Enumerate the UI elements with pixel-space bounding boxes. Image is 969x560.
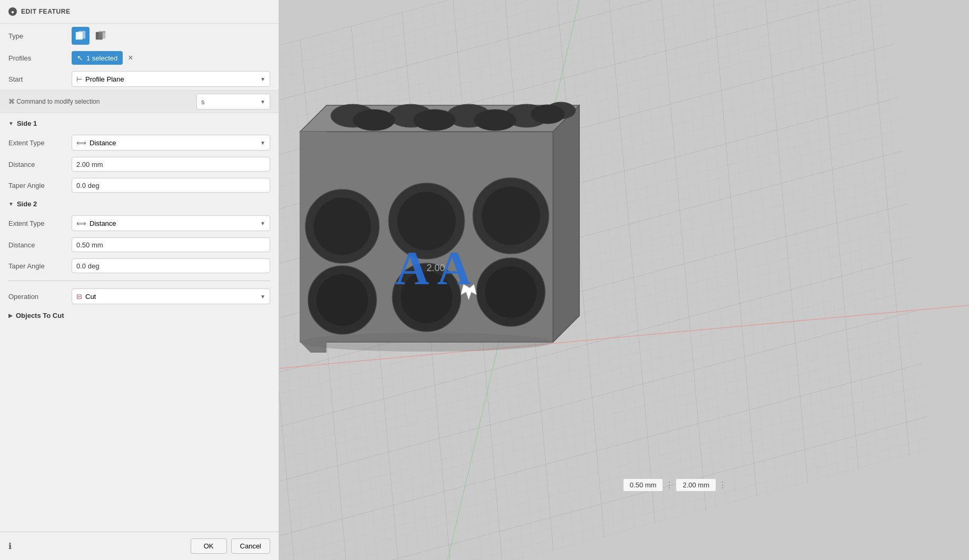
side2-distance-label: Distance [8,241,72,249]
side1-distance-input[interactable] [72,157,270,172]
panel-title: EDIT FEATURE [21,8,71,15]
start-control: ⊢ Profile Plane ▼ [72,71,270,87]
3d-model: A A 2.00 [274,26,653,363]
side1-triangle: ▼ [8,121,14,126]
dim-right-label: 2.00 mm [676,478,716,492]
type-icon-btn-1[interactable] [72,27,90,45]
start-dropdown[interactable]: ⊢ Profile Plane ▼ [72,71,270,87]
header-icon: ● [8,7,17,16]
dim-more[interactable]: ⋮ [718,480,727,490]
type-icon-btn-2[interactable] [92,27,110,45]
svg-marker-7 [553,105,579,342]
side1-header[interactable]: ▼ Side 1 [0,115,279,132]
panel-body: Type Profiles [0,24,279,532]
info-icon[interactable]: ℹ [8,541,12,551]
operation-value: Cut [85,293,96,301]
start-row: Start ⊢ Profile Plane ▼ [0,68,279,90]
separator-1 [8,281,270,281]
side2-distance-control [72,237,270,252]
svg-point-27 [316,274,369,326]
objects-to-cut-title: Objects To Cut [16,312,64,319]
side2-taper-row: Taper Angle [0,255,279,276]
command-hint-bar: ⌘ Command to modify selection s ▼ [0,90,279,113]
side2-extent-arrow: ▼ [260,221,265,226]
dimension-labels: 0.50 mm ⋮ 2.00 mm ⋮ [623,478,727,492]
svg-point-15 [413,109,456,131]
profiles-row: Profiles ↖ 1 selected × [0,48,279,68]
start-dropdown-value: Profile Plane [85,75,124,83]
side1-extent-control: ⟺ Distance ▼ [72,135,270,151]
profiles-count: 1 selected [86,54,117,62]
objects-to-cut-triangle: ▶ [8,313,13,318]
profiles-selected-button[interactable]: ↖ 1 selected [72,51,123,65]
side2-taper-control [72,258,270,273]
start-label: Start [8,75,72,83]
side2-extent-control: ⟺ Distance ▼ [72,215,270,231]
operation-icon: ⊟ [76,293,82,301]
profiles-label: Profiles [8,54,72,62]
profiles-control: ↖ 1 selected × [72,51,270,65]
type-label: Type [8,32,72,40]
svg-point-8 [300,333,553,352]
side1-distance-control [72,157,270,172]
operation-dropdown-arrow: ▼ [260,294,265,299]
side1-extent-row: Extent Type ⟺ Distance ▼ [0,132,279,154]
side1-taper-label: Taper Angle [8,182,72,189]
side2-distance-input[interactable] [72,237,270,252]
side2-taper-input[interactable] [72,258,270,273]
side2-title: Side 2 [17,200,37,208]
side2-distance-row: Distance [0,234,279,255]
operation-control: ⊟ Cut ▼ [72,288,270,304]
side1-title: Side 1 [17,119,37,127]
command-hint-text: ⌘ Command to modify selection [8,98,100,105]
type-icons [72,27,270,45]
profiles-clear-button[interactable]: × [126,53,135,63]
side1-extent-label: Extent Type [8,139,72,147]
end-dropdown[interactable]: s ▼ [196,94,270,109]
end-dropdown-arrow: ▼ [260,99,265,105]
side1-taper-row: Taper Angle [0,175,279,196]
side2-extent-row: Extent Type ⟺ Distance ▼ [0,212,279,234]
side2-extent-icon: ⟺ [76,219,86,227]
operation-row: Operation ⊟ Cut ▼ [0,285,279,307]
side1-extent-arrow: ▼ [260,140,265,146]
svg-point-14 [353,109,395,131]
side1-extent-icon: ⟺ [76,139,86,147]
side1-taper-control [72,178,270,193]
svg-point-26 [481,186,540,245]
objects-to-cut-header[interactable]: ▶ Objects To Cut [0,307,279,324]
side1-distance-row: Distance [0,154,279,175]
panel-header: ● EDIT FEATURE [0,0,279,24]
side2-extent-value: Distance [90,219,116,227]
svg-text:A: A [395,242,429,294]
start-dropdown-arrow: ▼ [260,76,265,82]
svg-point-17 [531,105,565,124]
operation-label: Operation [8,293,72,301]
dim-left-label: 0.50 mm [623,478,664,492]
side2-taper-label: Taper Angle [8,262,72,270]
svg-point-24 [313,197,371,255]
cursor-icon: ↖ [77,54,83,62]
svg-text:2.00: 2.00 [427,263,445,273]
type-row: Type [0,24,279,48]
operation-dropdown[interactable]: ⊟ Cut ▼ [72,288,270,304]
panel-footer: ℹ OK Cancel [0,532,279,560]
start-dropdown-icon: ⊢ [76,75,82,83]
side2-triangle: ▼ [8,201,14,207]
cancel-button[interactable]: Cancel [231,538,270,554]
side1-extent-value: Distance [90,139,116,147]
svg-point-29 [485,266,537,318]
side1-distance-label: Distance [8,161,72,168]
side1-taper-input[interactable] [72,178,270,193]
svg-rect-35 [78,31,85,39]
side2-extent-label: Extent Type [8,219,72,227]
side2-extent-dropdown[interactable]: ⟺ Distance ▼ [72,215,270,231]
side1-extent-dropdown[interactable]: ⟺ Distance ▼ [72,135,270,151]
end-dropdown-value: s [201,98,205,106]
side2-header[interactable]: ▼ Side 2 [0,196,279,212]
dim-separator: ⋮ [665,480,674,490]
edit-feature-panel: ● EDIT FEATURE Type [0,0,279,560]
svg-point-16 [474,109,516,131]
ok-button[interactable]: OK [191,538,227,554]
